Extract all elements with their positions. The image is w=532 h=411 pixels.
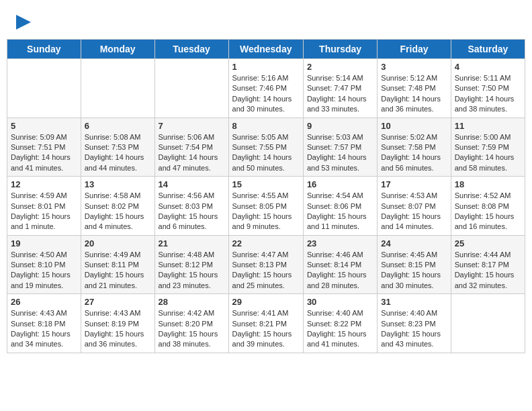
day-content: Sunrise: 4:50 AMSunset: 8:10 PMDaylight:… <box>11 250 77 291</box>
day-number: 16 <box>307 179 373 189</box>
day-number: 14 <box>159 179 225 189</box>
day-cell: 27Sunrise: 4:43 AMSunset: 8:19 PMDayligh… <box>81 294 154 353</box>
day-content: Sunrise: 4:43 AMSunset: 8:18 PMDaylight:… <box>11 308 77 350</box>
day-cell: 7Sunrise: 5:06 AMSunset: 7:54 PMDaylight… <box>154 118 228 177</box>
day-cell: 26Sunrise: 4:43 AMSunset: 8:18 PMDayligh… <box>7 294 81 353</box>
day-number: 17 <box>381 179 447 189</box>
day-content: Sunrise: 5:02 AMSunset: 7:58 PMDaylight:… <box>381 132 447 174</box>
day-content: Sunrise: 4:41 AMSunset: 8:21 PMDaylight:… <box>232 308 300 350</box>
day-number: 26 <box>11 297 77 307</box>
day-number: 22 <box>232 238 300 248</box>
day-content: Sunrise: 4:47 AMSunset: 8:13 PMDaylight:… <box>232 250 300 291</box>
day-cell: 23Sunrise: 4:46 AMSunset: 8:14 PMDayligh… <box>303 235 377 294</box>
day-cell: 2Sunrise: 5:14 AMSunset: 7:47 PMDaylight… <box>303 59 377 118</box>
day-content: Sunrise: 4:55 AMSunset: 8:05 PMDaylight:… <box>232 191 300 232</box>
week-row-2: 5Sunrise: 5:09 AMSunset: 7:51 PMDaylight… <box>7 118 525 177</box>
day-cell: 3Sunrise: 5:12 AMSunset: 7:48 PMDaylight… <box>378 59 451 118</box>
day-cell <box>451 294 525 353</box>
day-content: Sunrise: 5:12 AMSunset: 7:48 PMDaylight:… <box>381 73 447 115</box>
day-number: 7 <box>159 121 225 131</box>
day-cell: 30Sunrise: 4:40 AMSunset: 8:22 PMDayligh… <box>303 294 377 353</box>
day-number: 30 <box>307 297 373 307</box>
day-cell: 9Sunrise: 5:03 AMSunset: 7:57 PMDaylight… <box>303 118 377 177</box>
svg-marker-0 <box>16 15 31 30</box>
day-number: 2 <box>307 62 373 72</box>
day-cell: 20Sunrise: 4:49 AMSunset: 8:11 PMDayligh… <box>81 235 154 294</box>
day-cell: 24Sunrise: 4:45 AMSunset: 8:15 PMDayligh… <box>378 235 451 294</box>
day-cell: 4Sunrise: 5:11 AMSunset: 7:50 PMDaylight… <box>451 59 525 118</box>
day-number: 11 <box>455 121 521 131</box>
day-cell: 31Sunrise: 4:40 AMSunset: 8:23 PMDayligh… <box>378 294 451 353</box>
day-cell: 8Sunrise: 5:05 AMSunset: 7:55 PMDaylight… <box>228 118 303 177</box>
day-number: 27 <box>85 297 151 307</box>
day-cell: 11Sunrise: 5:00 AMSunset: 7:59 PMDayligh… <box>451 118 525 177</box>
day-cell: 14Sunrise: 4:56 AMSunset: 8:03 PMDayligh… <box>154 177 228 236</box>
day-cell: 5Sunrise: 5:09 AMSunset: 7:51 PMDaylight… <box>7 118 81 177</box>
day-content: Sunrise: 5:08 AMSunset: 7:53 PMDaylight:… <box>85 132 151 174</box>
calendar-header-row: SundayMondayTuesdayWednesdayThursdayFrid… <box>7 40 525 59</box>
day-number: 12 <box>11 179 77 189</box>
day-number: 3 <box>381 62 447 72</box>
day-cell: 15Sunrise: 4:55 AMSunset: 8:05 PMDayligh… <box>228 177 303 236</box>
day-content: Sunrise: 4:59 AMSunset: 8:01 PMDaylight:… <box>11 191 77 232</box>
day-cell: 29Sunrise: 4:41 AMSunset: 8:21 PMDayligh… <box>228 294 303 353</box>
calendar-table: SundayMondayTuesdayWednesdayThursdayFrid… <box>7 39 525 353</box>
day-content: Sunrise: 4:43 AMSunset: 8:19 PMDaylight:… <box>85 308 151 350</box>
day-number: 5 <box>11 121 77 131</box>
day-number: 21 <box>159 238 225 248</box>
day-number: 23 <box>307 238 373 248</box>
day-content: Sunrise: 4:42 AMSunset: 8:20 PMDaylight:… <box>159 308 225 350</box>
day-content: Sunrise: 5:00 AMSunset: 7:59 PMDaylight:… <box>455 132 521 174</box>
day-number: 31 <box>381 297 447 307</box>
logo <box>13 12 31 32</box>
col-header-monday: Monday <box>81 40 154 59</box>
day-cell: 19Sunrise: 4:50 AMSunset: 8:10 PMDayligh… <box>7 235 81 294</box>
day-cell: 17Sunrise: 4:53 AMSunset: 8:07 PMDayligh… <box>378 177 451 236</box>
day-cell: 13Sunrise: 4:58 AMSunset: 8:02 PMDayligh… <box>81 177 154 236</box>
day-cell: 25Sunrise: 4:44 AMSunset: 8:17 PMDayligh… <box>451 235 525 294</box>
col-header-sunday: Sunday <box>7 40 81 59</box>
day-content: Sunrise: 4:45 AMSunset: 8:15 PMDaylight:… <box>381 250 447 291</box>
day-cell: 16Sunrise: 4:54 AMSunset: 8:06 PMDayligh… <box>303 177 377 236</box>
day-number: 19 <box>11 238 77 248</box>
day-content: Sunrise: 5:06 AMSunset: 7:54 PMDaylight:… <box>159 132 225 174</box>
day-content: Sunrise: 4:53 AMSunset: 8:07 PMDaylight:… <box>381 191 447 232</box>
col-header-tuesday: Tuesday <box>154 40 228 59</box>
day-cell: 12Sunrise: 4:59 AMSunset: 8:01 PMDayligh… <box>7 177 81 236</box>
week-row-1: 1Sunrise: 5:16 AMSunset: 7:46 PMDaylight… <box>7 59 525 118</box>
day-content: Sunrise: 4:44 AMSunset: 8:17 PMDaylight:… <box>455 250 521 291</box>
day-content: Sunrise: 5:09 AMSunset: 7:51 PMDaylight:… <box>11 132 77 174</box>
day-content: Sunrise: 4:46 AMSunset: 8:14 PMDaylight:… <box>307 250 373 291</box>
logo-arrow-icon <box>16 15 31 30</box>
day-content: Sunrise: 4:48 AMSunset: 8:12 PMDaylight:… <box>159 250 225 291</box>
day-cell <box>81 59 154 118</box>
col-header-wednesday: Wednesday <box>228 40 303 59</box>
day-content: Sunrise: 5:14 AMSunset: 7:47 PMDaylight:… <box>307 73 373 115</box>
col-header-friday: Friday <box>378 40 451 59</box>
day-cell: 10Sunrise: 5:02 AMSunset: 7:58 PMDayligh… <box>378 118 451 177</box>
day-number: 8 <box>232 121 300 131</box>
day-content: Sunrise: 4:56 AMSunset: 8:03 PMDaylight:… <box>159 191 225 232</box>
day-number: 6 <box>85 121 151 131</box>
day-content: Sunrise: 4:40 AMSunset: 8:23 PMDaylight:… <box>381 308 447 350</box>
day-content: Sunrise: 5:16 AMSunset: 7:46 PMDaylight:… <box>232 73 300 115</box>
week-row-4: 19Sunrise: 4:50 AMSunset: 8:10 PMDayligh… <box>7 235 525 294</box>
day-content: Sunrise: 4:58 AMSunset: 8:02 PMDaylight:… <box>85 191 151 232</box>
week-row-5: 26Sunrise: 4:43 AMSunset: 8:18 PMDayligh… <box>7 294 525 353</box>
day-number: 18 <box>455 179 521 189</box>
day-content: Sunrise: 5:05 AMSunset: 7:55 PMDaylight:… <box>232 132 300 174</box>
day-cell: 21Sunrise: 4:48 AMSunset: 8:12 PMDayligh… <box>154 235 228 294</box>
day-number: 9 <box>307 121 373 131</box>
day-number: 4 <box>455 62 521 72</box>
day-content: Sunrise: 4:40 AMSunset: 8:22 PMDaylight:… <box>307 308 373 350</box>
day-cell: 22Sunrise: 4:47 AMSunset: 8:13 PMDayligh… <box>228 235 303 294</box>
day-cell: 6Sunrise: 5:08 AMSunset: 7:53 PMDaylight… <box>81 118 154 177</box>
day-number: 1 <box>232 62 300 72</box>
day-content: Sunrise: 4:52 AMSunset: 8:08 PMDaylight:… <box>455 191 521 232</box>
day-number: 20 <box>85 238 151 248</box>
day-cell <box>7 59 81 118</box>
day-cell <box>154 59 228 118</box>
col-header-saturday: Saturday <box>451 40 525 59</box>
col-header-thursday: Thursday <box>303 40 377 59</box>
day-content: Sunrise: 4:49 AMSunset: 8:11 PMDaylight:… <box>85 250 151 291</box>
